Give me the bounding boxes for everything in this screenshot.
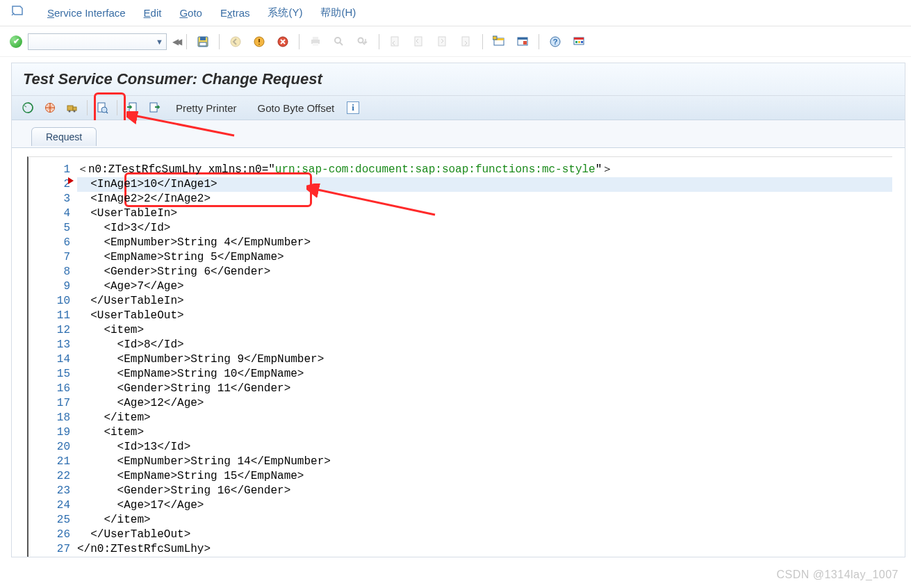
code-line[interactable]: </UserTableOut> [77, 528, 892, 542]
code-line[interactable]: <Age>12</Age> [77, 396, 892, 411]
code-line[interactable]: <Age>17</Age> [77, 498, 892, 513]
print-icon [306, 34, 325, 49]
menu-system[interactable]: 系统(Y) [268, 6, 302, 19]
code-line[interactable]: <Id>13</Id> [77, 440, 892, 455]
code-line[interactable]: <UserTableIn> [77, 206, 892, 221]
prev-page-icon [410, 34, 428, 49]
editor-wrap: 1234567891011121314151617181920212223242… [12, 148, 905, 557]
xml-editor[interactable]: 1234567891011121314151617181920212223242… [27, 156, 892, 557]
info-icon[interactable]: i [347, 101, 359, 114]
svg-point-36 [101, 107, 107, 113]
svg-point-9 [335, 38, 340, 43]
code-line[interactable]: <UserTableOut> [77, 309, 892, 323]
svg-rect-12 [415, 37, 422, 46]
svg-point-34 [74, 111, 76, 113]
code-line[interactable]: <EmpName>String 5</EmpName> [77, 250, 892, 265]
code-line[interactable]: <Id>8</Id> [77, 338, 892, 352]
menu-service-interface[interactable]: Service Interface [47, 7, 126, 19]
code-line[interactable]: <EmpNumber>String 9</EmpNumber> [77, 352, 892, 367]
execute-icon[interactable] [19, 100, 37, 115]
svg-point-10 [359, 38, 363, 42]
code-line[interactable]: </item> [77, 411, 892, 425]
command-field[interactable]: ▼ [28, 33, 167, 50]
save-icon[interactable] [194, 34, 212, 49]
import-icon[interactable] [123, 100, 141, 115]
find-icon [330, 34, 348, 49]
svg-rect-20 [523, 41, 527, 44]
toolbar-separator [186, 34, 187, 49]
menu-help[interactable]: 帮助(H) [320, 6, 356, 19]
rewind-icon[interactable]: ◀◀ [172, 37, 179, 47]
svg-point-3 [231, 37, 240, 47]
page-frame: Test Service Consumer: Change Request [11, 63, 905, 557]
code-line[interactable]: <Id>3</Id> [77, 221, 892, 236]
code-line[interactable]: <EmpName>String 10</EmpName> [77, 367, 892, 382]
ok-icon[interactable]: ✔ [10, 35, 22, 48]
code-line[interactable]: <item> [77, 425, 892, 440]
page-title: Test Service Consumer: Change Request [12, 63, 905, 96]
goto-byte-offset-button[interactable]: Goto Byte Offset [258, 102, 335, 114]
svg-point-30 [46, 104, 55, 113]
main-toolbar: ✔ ▼ ◀◀ ? [0, 26, 911, 57]
svg-text:?: ? [553, 38, 558, 46]
last-page-icon [457, 34, 475, 49]
svg-rect-7 [313, 37, 318, 40]
menu-bar: Service Interface Edit Goto Extras 系统(Y)… [0, 0, 911, 26]
svg-rect-17 [493, 36, 497, 40]
svg-rect-32 [73, 107, 76, 111]
code-line[interactable]: </item> [77, 513, 892, 528]
exit-icon[interactable] [250, 34, 268, 49]
customize-icon[interactable] [570, 34, 588, 49]
app-icon [10, 5, 24, 21]
svg-rect-24 [574, 38, 584, 40]
transport-icon[interactable] [63, 100, 81, 115]
pretty-printer-button[interactable]: Pretty Printer [176, 102, 237, 114]
code-line[interactable]: <Gender>String 11</Gender> [77, 382, 892, 396]
code-line[interactable]: <EmpNumber>String 14</EmpNumber> [77, 455, 892, 469]
tab-request[interactable]: Request [31, 127, 97, 146]
menu-goto[interactable]: Goto [179, 7, 202, 19]
page-area: Test Service Consumer: Change Request [0, 57, 911, 557]
code-line[interactable]: <EmpName>String 15</EmpName> [77, 469, 892, 484]
line-gutter: 1234567891011121314151617181920212223242… [28, 163, 77, 557]
code-line[interactable]: </n0:ZTestRfcSumLhy> [77, 542, 892, 557]
next-page-icon [434, 34, 452, 49]
svg-rect-2 [199, 42, 206, 46]
svg-rect-27 [581, 41, 583, 43]
new-session-icon[interactable] [490, 34, 508, 49]
code-line[interactable]: <item> [77, 323, 892, 338]
tab-strip: Request [12, 120, 905, 148]
code-line[interactable]: <Gender>String 6</Gender> [77, 265, 892, 279]
layout-icon[interactable] [514, 34, 532, 49]
export-icon[interactable] [145, 100, 163, 115]
svg-rect-1 [200, 37, 206, 40]
first-page-icon [386, 34, 404, 49]
display-toggle-icon[interactable] [93, 100, 111, 115]
code-line[interactable]: ＜n0:ZTestRfcSumLhy xmlns:n0=″urn:sap-com… [77, 163, 892, 177]
svg-rect-8 [313, 43, 318, 46]
svg-rect-25 [575, 41, 577, 43]
help-icon[interactable]: ? [546, 34, 564, 49]
code-column[interactable]: ＜n0:ZTestRfcSumLhy xmlns:n0=″urn:sap-com… [77, 163, 892, 557]
menu-edit[interactable]: Edit [144, 7, 162, 19]
svg-point-33 [69, 111, 71, 113]
code-line[interactable]: <InAge2>2</InAge2> [77, 192, 892, 206]
code-line[interactable]: <Gender>String 16</Gender> [77, 484, 892, 498]
ball-icon[interactable] [41, 100, 59, 115]
svg-rect-26 [578, 41, 580, 43]
svg-rect-19 [518, 38, 527, 40]
svg-rect-31 [67, 106, 73, 111]
svg-rect-13 [438, 37, 445, 46]
cancel-icon[interactable] [274, 34, 292, 49]
code-line[interactable]: <Age>7</Age> [77, 279, 892, 294]
line-cursor-icon [68, 177, 74, 184]
code-line[interactable]: <EmpNumber>String 4</EmpNumber> [77, 236, 892, 250]
sub-toolbar: Pretty Printer Goto Byte Offset i [12, 96, 905, 120]
menu-extras[interactable]: Extras [220, 7, 250, 19]
back-icon[interactable] [227, 34, 245, 49]
code-line[interactable]: </UserTableIn> [77, 294, 892, 309]
find-next-icon [354, 34, 372, 49]
